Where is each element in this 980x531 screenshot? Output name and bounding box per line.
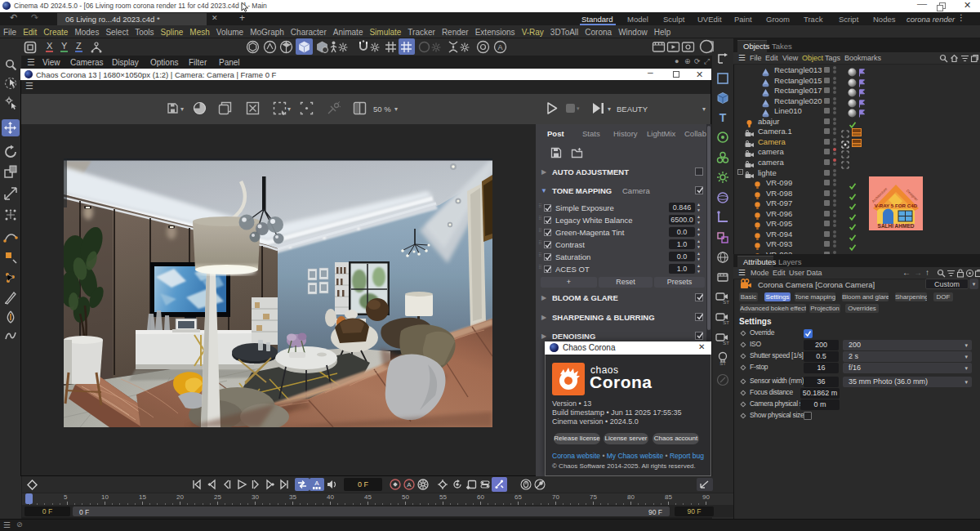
svg-text:A: A (314, 480, 319, 487)
svg-text:ST: ST (723, 300, 729, 305)
svg-text:ST: ST (723, 320, 729, 325)
svg-text:A: A (407, 481, 412, 489)
svg-text:SALHI AHMED: SALHI AHMED (878, 223, 915, 229)
svg-text:T: T (719, 111, 727, 124)
svg-text:ST: ST (719, 361, 726, 365)
svg-text:ST: ST (723, 341, 729, 346)
svg-text:A: A (497, 43, 502, 51)
svg-text:V-RAY 5 FOR C4D: V-RAY 5 FOR C4D (875, 203, 918, 208)
